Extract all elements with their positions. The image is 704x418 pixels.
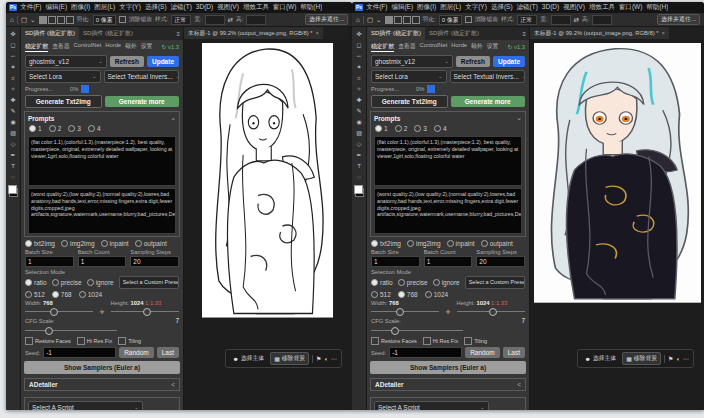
tool-button[interactable]: ◇	[8, 139, 18, 149]
width-field[interactable]	[205, 15, 225, 25]
more-options-icon[interactable]: ⋯	[331, 355, 337, 362]
option-checkbox[interactable]: Tiling	[464, 337, 487, 345]
select-and-mask-button[interactable]: 选择并遮住...	[657, 14, 700, 25]
negative-prompt-textarea[interactable]: (worst quality:2),(low quality:2),(norma…	[28, 188, 176, 234]
size-preset-radio[interactable]: 1024	[79, 291, 102, 298]
close-icon[interactable]: ×	[661, 30, 664, 36]
canvas-viewport[interactable]: ☻ 选择主体 ▦ 移除背景 ⚑ ◐ ⋯	[184, 39, 352, 410]
option-checkbox[interactable]: Restore Faces	[25, 337, 71, 345]
plugin-panel-tab[interactable]: SD插件 (稳定扩散)	[21, 27, 79, 40]
generate-txt2img-button[interactable]: Generate Txt2Img	[25, 95, 102, 108]
last-seed-button[interactable]: Last	[503, 347, 525, 358]
generation-mode-radio[interactable]: inpaint	[101, 240, 129, 247]
foreground-color-swatch[interactable]	[354, 185, 363, 194]
progress-checkbox[interactable]	[81, 85, 89, 93]
menu-item[interactable]: 帮助(H)	[646, 3, 668, 12]
generation-mode-radio[interactable]: img2img	[61, 240, 95, 247]
size-preset-radio[interactable]: 512	[25, 291, 45, 298]
tool-button[interactable]: ◻	[354, 40, 364, 50]
swap-dimensions-icon[interactable]: ⇄	[228, 16, 233, 24]
tool-button[interactable]: ◉	[8, 117, 18, 127]
height-field[interactable]	[592, 15, 612, 25]
select-subject-button[interactable]: ☻ 选择主体	[582, 353, 620, 364]
selection-combine-icons[interactable]	[385, 16, 420, 24]
generate-more-button[interactable]: Generate more	[451, 96, 526, 107]
update-button[interactable]: Update	[493, 56, 525, 67]
canvas-viewport[interactable]: ☻ 选择主体 ▦ 移除背景 ⚑ ◐ ⋯	[530, 39, 704, 410]
swap-dimensions-icon[interactable]: ⇄	[574, 16, 579, 24]
menu-item[interactable]: 增效工具	[243, 3, 269, 12]
menu-item[interactable]: 文件(F)	[20, 3, 41, 12]
menu-item[interactable]: 视图(V)	[217, 3, 239, 12]
antialias-checkbox[interactable]	[119, 16, 126, 23]
plugin-subtab[interactable]: 稳定扩散	[371, 42, 394, 52]
script-select[interactable]: Select A Script⌄	[28, 401, 143, 410]
lora-select[interactable]: Select Lora⌄	[371, 70, 447, 83]
flag-icon[interactable]: ⚑	[668, 355, 673, 362]
generation-mode-radio[interactable]: outpaint	[135, 240, 167, 247]
panel-menu-icon[interactable]: ≡	[173, 31, 183, 37]
selection-mode-radio[interactable]: precise	[398, 279, 428, 286]
prompt-slot-radio[interactable]: 4	[88, 125, 101, 132]
seed-input[interactable]: -1	[389, 347, 462, 358]
sampling-steps-input[interactable]: 20	[476, 256, 525, 267]
collapse-icon[interactable]: ⌄	[171, 114, 176, 122]
tool-button[interactable]: ◻	[8, 40, 18, 50]
lora-select[interactable]: Select Lora⌄	[25, 70, 101, 83]
menu-item[interactable]: 图像(I)	[417, 3, 436, 12]
menu-item[interactable]: 图像(I)	[71, 3, 90, 12]
plugin-subtab[interactable]: 额外	[471, 42, 483, 52]
tool-button[interactable]: ⌗	[8, 73, 18, 83]
tool-button[interactable]: T	[8, 161, 18, 171]
tool-button[interactable]: ✶	[354, 62, 364, 72]
generate-txt2img-button[interactable]: Generate Txt2Img	[371, 95, 448, 108]
menu-item[interactable]: 3D(D)	[542, 3, 559, 12]
plugin-subtab[interactable]: 额外	[125, 42, 137, 52]
tool-button[interactable]: ∽	[354, 51, 364, 61]
selection-mode-radio[interactable]: ratio	[371, 279, 393, 286]
foreground-color-swatch[interactable]	[8, 185, 17, 194]
plugin-subtab[interactable]: 查看器	[398, 42, 415, 52]
tool-button[interactable]: ✎	[354, 106, 364, 116]
link-dimensions-icon[interactable]: ✛	[445, 308, 450, 315]
height-field[interactable]	[246, 15, 266, 25]
close-icon[interactable]: ×	[315, 30, 318, 36]
generation-mode-radio[interactable]: inpaint	[447, 240, 475, 247]
generation-mode-radio[interactable]: txt2img	[371, 240, 401, 247]
tool-button[interactable]: ◌	[354, 172, 364, 182]
menu-item[interactable]: 图层(L)	[94, 3, 115, 12]
selection-mode-radio[interactable]: ratio	[25, 279, 47, 286]
model-select[interactable]: ghostmix_v12⌄	[25, 55, 107, 68]
show-samplers-button[interactable]: Show Samplers (Euler a)	[24, 361, 180, 374]
marquee-tool-icon[interactable]: ▢	[21, 16, 27, 24]
progress-checkbox[interactable]	[427, 85, 435, 93]
menu-item[interactable]: 编辑(E)	[45, 3, 67, 12]
link-dimensions-icon[interactable]: ✛	[99, 308, 104, 315]
plugin-subtab[interactable]: Horde	[451, 42, 467, 52]
size-preset-radio[interactable]: 768	[398, 291, 418, 298]
tool-button[interactable]: ✧	[8, 84, 18, 94]
size-preset-radio[interactable]: 768	[52, 291, 72, 298]
random-seed-button[interactable]: Random	[119, 347, 154, 358]
menu-item[interactable]: 图层(L)	[440, 3, 461, 12]
generation-mode-radio[interactable]: outpaint	[481, 240, 513, 247]
prompt-slot-radio[interactable]: 3	[414, 125, 427, 132]
option-checkbox[interactable]: Hi Res Fix	[423, 337, 458, 345]
tool-button[interactable]: ▨	[354, 128, 364, 138]
tool-button[interactable]: ◇	[354, 139, 364, 149]
selection-mode-radio[interactable]: precise	[52, 279, 82, 286]
menu-item[interactable]: 帮助(H)	[300, 3, 322, 12]
tool-button[interactable]: ✚	[8, 95, 18, 105]
plugin-subtab[interactable]: ControlNet	[74, 42, 102, 52]
flag-icon[interactable]: ⚑	[316, 355, 321, 362]
prompt-slot-radio[interactable]: 3	[68, 125, 81, 132]
menu-item[interactable]: 文件(F)	[366, 3, 387, 12]
antialias-checkbox[interactable]	[465, 16, 472, 23]
seed-input[interactable]: -1	[43, 347, 116, 358]
tool-button[interactable]: ✶	[8, 62, 18, 72]
tool-button[interactable]: ◉	[354, 117, 364, 127]
size-preset-radio[interactable]: 1024	[425, 291, 448, 298]
script-select[interactable]: Select A Script⌄	[374, 401, 489, 410]
menu-item[interactable]: 文字(Y)	[119, 3, 141, 12]
last-seed-button[interactable]: Last	[157, 347, 179, 358]
